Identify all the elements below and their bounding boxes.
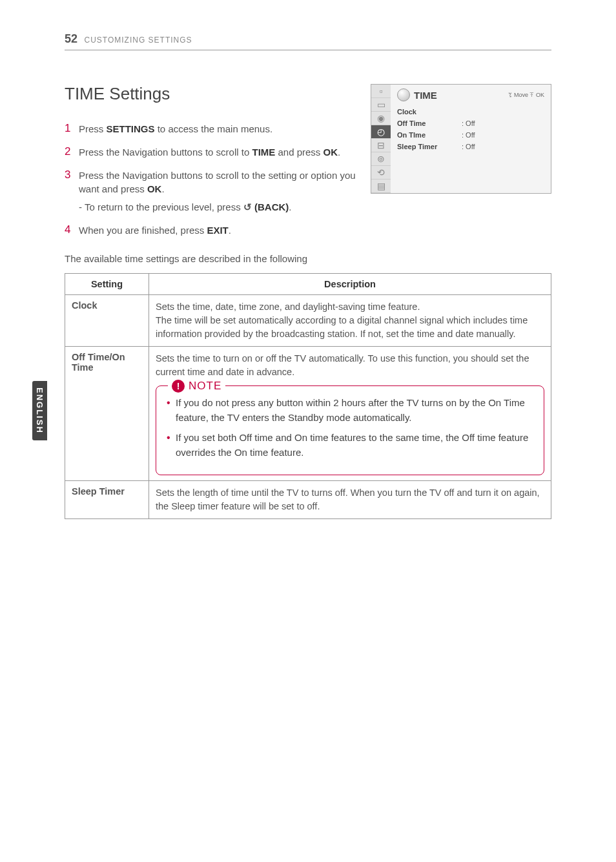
- note-item: If you set both Off time and On time fea…: [167, 430, 533, 460]
- language-tab: ENGLISH: [32, 381, 47, 440]
- table-row: Clock Sets the time, date, time zone, an…: [65, 294, 551, 346]
- step-text: Press SETTINGS to access the main menus.: [79, 122, 272, 136]
- page-title: TIME Settings: [65, 84, 551, 104]
- step-1: 1 Press SETTINGS to access the main menu…: [65, 122, 375, 136]
- step-text-post: .: [229, 225, 231, 236]
- step-sub-bold: (BACK): [252, 201, 289, 212]
- step-text-post: .: [161, 183, 164, 194]
- row-desc-off-on-time: Sets the time to turn on or off the TV a…: [149, 346, 551, 480]
- row-desc-sleep-timer: Sets the length of time until the TV to …: [149, 480, 551, 518]
- note-label: NOTE: [189, 378, 221, 395]
- step-text-bold: TIME: [252, 147, 275, 158]
- step-text-bold2: OK: [323, 147, 338, 158]
- step-text: Press the Navigation buttons to scroll t…: [79, 169, 375, 214]
- table-intro: The available time settings are describe…: [65, 253, 551, 264]
- step-subtext: - To return to the previous level, press…: [79, 200, 375, 214]
- col-header-description: Description: [149, 273, 551, 294]
- step-number: 4: [65, 223, 79, 238]
- back-icon: ↺: [243, 200, 252, 214]
- step-text: Press the Navigation buttons to scroll t…: [79, 145, 340, 159]
- step-number: 1: [65, 122, 79, 136]
- row-desc-text: Sets the time to turn on or off the TV a…: [156, 353, 529, 377]
- step-2: 2 Press the Navigation buttons to scroll…: [65, 145, 375, 159]
- step-text-bold: EXIT: [207, 225, 228, 236]
- page-section-title: CUSTOMIZING SETTINGS: [84, 36, 192, 45]
- step-text-bold: OK: [147, 183, 162, 194]
- row-desc-clock: Sets the time, date, time zone, and dayl…: [149, 294, 551, 346]
- note-list: If you do not press any button within 2 …: [167, 395, 533, 460]
- table-row: Sleep Timer Sets the length of time unti…: [65, 480, 551, 518]
- step-text-bold: SETTINGS: [107, 123, 155, 134]
- step-text-pre: Press the Navigation buttons to scroll t…: [79, 147, 252, 158]
- warning-icon: !: [172, 380, 185, 393]
- step-text-post: to access the main menus.: [155, 123, 273, 134]
- table-row: Off Time/On Time Sets the time to turn o…: [65, 346, 551, 480]
- step-number: 3: [65, 169, 79, 214]
- step-sub-post: .: [289, 201, 291, 212]
- step-text: When you are finished, press EXIT.: [79, 223, 231, 238]
- note-legend: ! NOTE: [168, 378, 225, 395]
- col-header-setting: Setting: [65, 273, 149, 294]
- note-callout: ! NOTE If you do not press any button wi…: [156, 385, 544, 475]
- steps-list: 1 Press SETTINGS to access the main menu…: [65, 122, 551, 238]
- step-number: 2: [65, 145, 79, 159]
- step-text-post: and press: [275, 147, 323, 158]
- step-3: 3 Press the Navigation buttons to scroll…: [65, 169, 375, 214]
- row-label-sleep-timer: Sleep Timer: [65, 480, 149, 518]
- main-content: TIME Settings 1 Press SETTINGS to access…: [65, 84, 551, 519]
- row-label-clock: Clock: [65, 294, 149, 346]
- step-text-pre: Press: [79, 123, 107, 134]
- page-number: 52: [65, 32, 77, 45]
- step-text-post2: .: [338, 147, 340, 158]
- step-sub-pre: - To return to the previous level, press: [79, 201, 243, 212]
- step-text-pre: Press the Navigation buttons to scroll t…: [79, 170, 356, 195]
- row-label-off-on-time: Off Time/On Time: [65, 346, 149, 480]
- note-item: If you do not press any button within 2 …: [167, 395, 533, 426]
- page-header: 52 CUSTOMIZING SETTINGS: [65, 32, 551, 50]
- step-text-pre: When you are finished, press: [79, 225, 207, 236]
- settings-table: Setting Description Clock Sets the time,…: [65, 273, 551, 519]
- step-4: 4 When you are finished, press EXIT.: [65, 223, 375, 238]
